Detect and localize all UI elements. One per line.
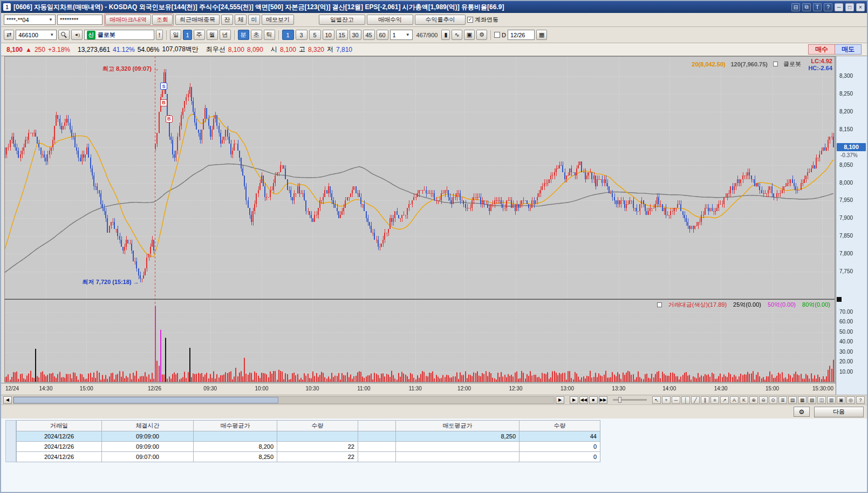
fast-forward-button[interactable]: ▶▶	[599, 396, 607, 404]
stock-name: 클로봇	[98, 31, 115, 39]
price-axis[interactable]: 8,3008,2508,2008,1508,1008,0508,0007,950…	[836, 56, 867, 395]
type-tick-button[interactable]: 틱	[264, 30, 275, 40]
col-fill-time: 체결시간	[102, 421, 194, 431]
slider-knob[interactable]	[618, 397, 621, 403]
buy-button[interactable]: 매수	[808, 44, 835, 55]
daily-balance-button[interactable]: 일별잔고	[319, 15, 365, 25]
type-minute-button[interactable]: 분	[238, 30, 249, 40]
grab-icon[interactable]: ↖	[652, 396, 661, 404]
candlestick-chart[interactable]	[1, 56, 836, 383]
calendar-icon[interactable]: ▦	[536, 30, 547, 40]
parallel-channel-icon[interactable]: ∥	[701, 396, 709, 404]
table-row[interactable]: 2024/12/26 09:07:00 8,250 22 0	[17, 452, 600, 462]
chart-plot[interactable]: 최고 8,320 (09:07) → 최저 7,720 (15:18) → 20…	[1, 56, 836, 395]
alert-button[interactable]: !	[156, 30, 163, 40]
search-icon[interactable]	[58, 30, 70, 40]
trade-profit-button[interactable]: 매매수익	[367, 15, 413, 25]
indicator-list-icon[interactable]: ≣	[778, 396, 787, 404]
chart-settings-icon[interactable]: ⚙	[476, 30, 487, 40]
maximize-button[interactable]: □	[845, 3, 854, 11]
profit-trend-button[interactable]: 수익률추이	[415, 15, 466, 25]
save-chart-icon[interactable]: ▣	[464, 30, 475, 40]
fibonacci-icon[interactable]: ≡	[710, 396, 719, 404]
minute-10-button[interactable]: 10	[323, 30, 334, 40]
unfilled-button[interactable]: 미	[248, 15, 260, 25]
help-icon[interactable]: ?	[824, 3, 832, 11]
compare-icon[interactable]: ◫	[817, 396, 826, 404]
minute-15-button[interactable]: 15	[336, 30, 348, 40]
zoom-in-icon[interactable]: ⊕	[749, 396, 758, 404]
trendline-icon[interactable]: ╱	[691, 396, 700, 404]
table-row[interactable]: 2024/12/26 09:09:00 8,200 22 0	[17, 442, 600, 452]
balance-button[interactable]: 잔	[221, 15, 233, 25]
minute-5-button[interactable]: 5	[309, 30, 321, 40]
panel-layout-icon[interactable]: ▧	[808, 396, 816, 404]
print-icon[interactable]: ▥	[827, 396, 836, 404]
sell-button[interactable]: 매도	[835, 44, 862, 55]
dock-icon[interactable]: ⊟	[791, 3, 800, 11]
minimize-button[interactable]: ─	[835, 3, 843, 11]
minute-30-button[interactable]: 30	[350, 30, 361, 40]
password-input[interactable]	[57, 15, 102, 25]
custom-minute-select[interactable]: 1▼	[390, 30, 413, 40]
account-link-checkbox[interactable]: ✓ 계좌연동	[467, 16, 498, 24]
rewind-button[interactable]: ◀◀	[579, 396, 588, 404]
capture-icon[interactable]: ◎	[846, 396, 855, 404]
minute-60-button[interactable]: 60	[377, 30, 388, 40]
cell-blank	[358, 452, 396, 462]
type-second-button[interactable]: 초	[251, 30, 262, 40]
grid-style-icon[interactable]: ▦	[798, 396, 807, 404]
close-button[interactable]: ×	[856, 3, 865, 11]
scrollbar-thumb[interactable]	[13, 397, 278, 403]
filled-button[interactable]: 체	[235, 15, 247, 25]
period-week-button[interactable]: 주	[194, 30, 205, 40]
minute-3-button[interactable]: 3	[296, 30, 307, 40]
k-tool-icon[interactable]: K	[740, 396, 748, 404]
open-label: 시	[271, 45, 277, 54]
settings-gear-button[interactable]: ⚙	[794, 407, 810, 417]
vertical-line-icon[interactable]: │	[681, 396, 690, 404]
next-button[interactable]: 다음	[814, 407, 864, 417]
transfer-icon[interactable]: ⇄	[4, 30, 14, 40]
price-info-bar: 8,100 ▲ 250 +3.18% 13,273,661 41.12% 54.…	[1, 43, 867, 56]
stop-button[interactable]: ■	[589, 396, 598, 404]
chart-scrollbar[interactable]	[13, 396, 555, 404]
splitter-handle[interactable]	[837, 297, 842, 302]
scroll-left-icon[interactable]: ◀	[3, 396, 12, 404]
chart-scroll-row: ◀ ▶ ▶◀◀■▶▶ ↖+─│╱∥≡↗AK⊕⊖⊙≣▤▦▧◫▥▣◎?	[1, 395, 867, 404]
arrow-tool-icon[interactable]: ↗	[720, 396, 729, 404]
crosshair-icon[interactable]: +	[662, 396, 671, 404]
date-input[interactable]: 12/26	[508, 30, 535, 40]
minute-45-button[interactable]: 45	[363, 30, 375, 40]
d-checkbox[interactable]: D	[494, 32, 506, 38]
stock-code-input[interactable]: 466100▼	[16, 30, 57, 40]
period-year-button[interactable]: 년	[220, 30, 231, 40]
zoom-reset-icon[interactable]: ⊙	[769, 396, 777, 404]
save-image-icon[interactable]: ▣	[837, 396, 845, 404]
replay-speed-slider[interactable]	[613, 399, 647, 401]
query-button[interactable]: 조회	[152, 15, 173, 25]
zoom-out-icon[interactable]: ⊖	[759, 396, 768, 404]
text-tool-icon[interactable]: A	[730, 396, 739, 404]
speaker-icon[interactable]: ◄)	[71, 30, 83, 40]
recent-trades-button[interactable]: 최근매매종목	[175, 15, 220, 25]
pattern-icon[interactable]: ▤	[788, 396, 797, 404]
play-button[interactable]: ▶	[570, 396, 578, 404]
ma-line-icon[interactable]: ∿	[452, 30, 462, 40]
horizontal-line-icon[interactable]: ─	[672, 396, 680, 404]
font-size-icon[interactable]: T	[813, 3, 822, 11]
help-tool-icon[interactable]: ?	[856, 396, 865, 404]
table-row[interactable]: 2024/12/26 09:09:00 8,250 44	[17, 431, 600, 442]
copy-screen-icon[interactable]: ⧉	[802, 3, 811, 11]
period-count-field[interactable]: 1	[183, 30, 192, 40]
candle-style-icon[interactable]: ▮	[441, 30, 450, 40]
trade-mark-button[interactable]: 매매마크/내역	[105, 15, 151, 25]
cell-trade-date: 2024/12/26	[17, 431, 102, 442]
period-month-button[interactable]: 월	[207, 30, 218, 40]
scroll-right-icon[interactable]: ▶	[556, 396, 564, 404]
minute-1-button[interactable]: 1	[282, 30, 294, 40]
account-select[interactable]: ****-**04▼	[4, 15, 56, 25]
col-buy-qty: 수량	[277, 421, 358, 431]
period-day-button[interactable]: 일	[170, 30, 181, 40]
memo-button[interactable]: 메모보기	[262, 15, 294, 25]
